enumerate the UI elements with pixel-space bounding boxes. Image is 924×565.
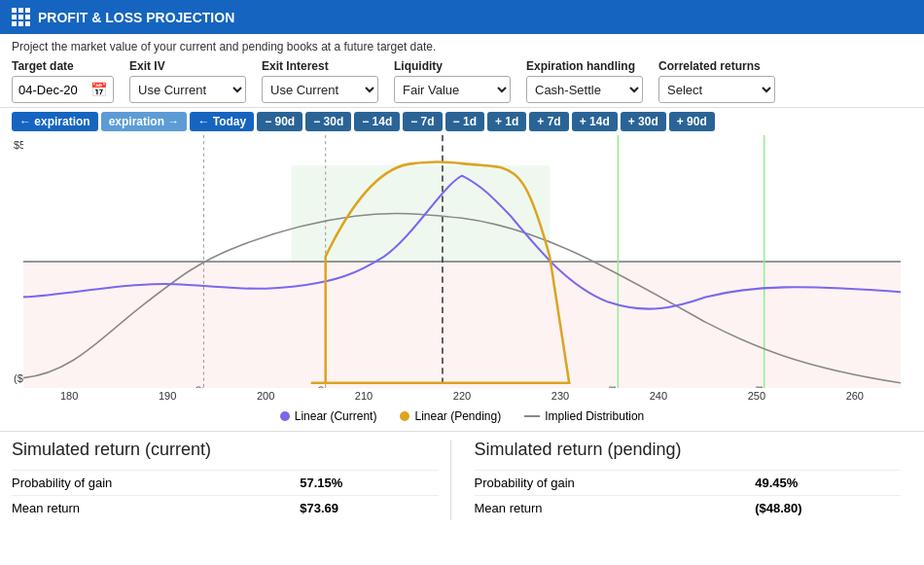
current-mean-value: $73.69: [288, 496, 438, 521]
expiration-handling-label: Expiration handling: [526, 59, 643, 73]
correlated-returns-group: Correlated returns Select Option1: [658, 59, 775, 103]
x-label-210: 210: [355, 390, 373, 402]
legend-pending: Linear (Pending): [400, 409, 501, 423]
x-axis-labels: 180 190 200 210 220 230 240 250 260: [12, 388, 912, 404]
nav-expiration-right[interactable]: expiration →: [101, 112, 188, 131]
nav-plus-90d[interactable]: + 90d: [669, 112, 715, 131]
chart-svg: 2Q 1Q 11d 12d: [23, 135, 901, 388]
legend-implied-label: Implied Distribution: [545, 409, 644, 423]
nav-minus-90d[interactable]: − 90d: [257, 112, 302, 131]
sim-current-panel: Simulated return (current) Probability o…: [12, 440, 450, 520]
sim-pending-title: Simulated return (pending): [475, 440, 902, 460]
svg-text:11d: 11d: [609, 386, 619, 388]
nav-today[interactable]: ← Today: [190, 112, 254, 131]
current-mean-label: Mean return: [12, 496, 288, 521]
x-label-180: 180: [60, 390, 78, 402]
expiration-handling-group: Expiration handling Cash-Settle Remove: [526, 59, 643, 103]
chart-legend: Linear (Current) Linear (Pending) Implie…: [0, 404, 924, 427]
calendar-icon[interactable]: 📅: [90, 82, 107, 97]
legend-pending-label: Linear (Pending): [414, 409, 501, 423]
chart-wrapper: $506.63 ($575.28) 2Q: [12, 135, 912, 404]
x-label-260: 260: [846, 390, 864, 402]
nav-expiration-left[interactable]: ← expiration: [12, 112, 98, 131]
legend-current-label: Linear (Current): [295, 409, 377, 423]
nav-plus-30d[interactable]: + 30d: [621, 112, 666, 131]
bottom-section: Simulated return (current) Probability o…: [0, 431, 924, 528]
legend-pending-dot: [400, 411, 409, 421]
pending-prob-label: Probability of gain: [475, 471, 744, 496]
legend-implied-line: [524, 415, 540, 417]
sim-current-table: Probability of gain 57.15% Mean return $…: [12, 470, 439, 520]
target-date-group: Target date 📅: [12, 59, 114, 103]
pending-prob-value: 49.45%: [743, 471, 901, 496]
grid-icon: [12, 8, 30, 26]
controls-area: Project the market value of your current…: [0, 34, 924, 108]
sim-pending-panel: Simulated return (pending) Probability o…: [450, 440, 913, 520]
exit-interest-group: Exit Interest Use Current Custom: [262, 59, 378, 103]
control-row: Target date 📅 Exit IV Use Current Custom…: [12, 59, 912, 103]
nav-minus-1d[interactable]: − 1d: [445, 112, 484, 131]
header: PROFIT & LOSS PROJECTION: [0, 0, 924, 34]
exit-interest-label: Exit Interest: [262, 59, 378, 73]
nav-minus-14d[interactable]: − 14d: [354, 112, 400, 131]
nav-plus-7d[interactable]: + 7d: [529, 112, 568, 131]
svg-text:1Q: 1Q: [316, 386, 326, 388]
table-row: Probability of gain 49.45%: [475, 471, 902, 496]
exit-iv-label: Exit IV: [129, 59, 246, 73]
x-label-250: 250: [748, 390, 765, 402]
svg-text:12d: 12d: [755, 386, 764, 388]
liquidity-group: Liquidity Fair Value Bid Ask: [394, 59, 511, 103]
nav-minus-7d[interactable]: − 7d: [403, 112, 442, 131]
x-label-220: 220: [453, 390, 471, 402]
nav-minus-30d[interactable]: − 30d: [305, 112, 351, 131]
x-label-190: 190: [159, 390, 176, 402]
nav-buttons: ← expiration expiration → ← Today − 90d …: [0, 108, 924, 135]
table-row: Probability of gain 57.15%: [12, 471, 439, 496]
subtitle: Project the market value of your current…: [12, 40, 912, 53]
legend-implied: Implied Distribution: [524, 409, 644, 423]
liquidity-label: Liquidity: [394, 59, 511, 73]
legend-current: Linear (Current): [280, 409, 377, 423]
table-row: Mean return ($48.80): [475, 496, 902, 521]
liquidity-select[interactable]: Fair Value Bid Ask: [394, 76, 511, 103]
exit-interest-select[interactable]: Use Current Custom: [262, 76, 378, 103]
svg-rect-1: [23, 262, 901, 388]
nav-plus-14d[interactable]: + 14d: [572, 112, 618, 131]
target-date-input-wrapper[interactable]: 📅: [12, 76, 114, 103]
exit-iv-group: Exit IV Use Current Custom: [129, 59, 246, 103]
nav-plus-1d[interactable]: + 1d: [487, 112, 526, 131]
current-prob-value: 57.15%: [288, 471, 438, 496]
legend-current-dot: [280, 411, 290, 421]
x-label-200: 200: [257, 390, 274, 402]
chart-area: 2Q 1Q 11d 12d: [23, 135, 901, 388]
sim-current-title: Simulated return (current): [12, 440, 439, 460]
table-row: Mean return $73.69: [12, 496, 439, 521]
pending-mean-value: ($48.80): [743, 496, 901, 521]
correlated-returns-label: Correlated returns: [658, 59, 775, 73]
x-label-240: 240: [650, 390, 667, 402]
target-date-input[interactable]: [18, 83, 87, 97]
svg-text:2Q: 2Q: [195, 386, 204, 388]
expiration-handling-select[interactable]: Cash-Settle Remove: [526, 76, 643, 103]
pending-mean-label: Mean return: [475, 496, 744, 521]
x-label-230: 230: [551, 390, 569, 402]
page-title: PROFIT & LOSS PROJECTION: [38, 10, 234, 25]
correlated-returns-select[interactable]: Select Option1: [658, 76, 775, 103]
exit-iv-select[interactable]: Use Current Custom: [129, 76, 246, 103]
current-prob-label: Probability of gain: [12, 471, 288, 496]
sim-pending-table: Probability of gain 49.45% Mean return (…: [475, 470, 902, 520]
target-date-label: Target date: [12, 59, 114, 73]
